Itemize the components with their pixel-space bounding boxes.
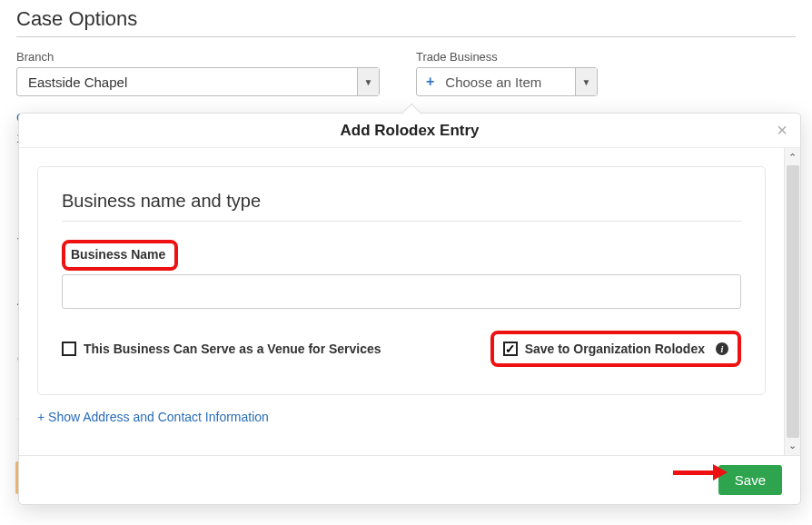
business-name-label: Business Name	[71, 247, 165, 262]
scroll-down-icon[interactable]: ⌄	[788, 440, 797, 451]
branch-select[interactable]: Eastside Chapel ▼	[16, 67, 380, 96]
venue-checkbox[interactable]	[62, 342, 76, 356]
save-button[interactable]: Save	[718, 465, 782, 495]
trade-placeholder: Choose an Item	[434, 74, 575, 90]
scroll-up-icon[interactable]: ⌃	[788, 152, 797, 163]
chevron-down-icon[interactable]: ▼	[575, 68, 597, 95]
plus-icon: +	[417, 74, 434, 90]
scrollbar[interactable]: ⌃ ⌄	[784, 148, 800, 455]
branch-label: Branch	[16, 50, 380, 64]
close-icon[interactable]: ×	[777, 121, 787, 139]
org-rolodex-label: Save to Organization Rolodex	[525, 342, 705, 356]
arrow-line	[673, 471, 713, 475]
trade-select[interactable]: + Choose an Item ▼	[416, 67, 598, 96]
chevron-down-icon[interactable]: ▼	[357, 68, 379, 95]
trade-business-field: Trade Business + Choose an Item ▼	[416, 50, 598, 96]
modal-title: Add Rolodex Entry	[340, 122, 479, 140]
modal-header: Add Rolodex Entry ×	[19, 114, 800, 148]
page-title: Case Options	[16, 7, 796, 37]
info-icon[interactable]: i	[716, 342, 728, 355]
highlight-org-rolodex: Save to Organization Rolodex i	[490, 331, 741, 367]
business-card: Business name and type Business Name Thi…	[37, 166, 766, 395]
highlight-business-name: Business Name	[62, 240, 178, 271]
field-row: Branch Eastside Chapel ▼ Trade Business …	[16, 50, 796, 96]
org-rolodex-checkbox[interactable]	[503, 342, 518, 356]
annotation-arrow	[673, 464, 728, 480]
branch-field: Branch Eastside Chapel ▼	[16, 50, 380, 96]
scroll-thumb[interactable]	[787, 165, 799, 438]
branch-value: Eastside Chapel	[17, 74, 357, 90]
venue-checkbox-row[interactable]: This Business Can Serve as a Venue for S…	[62, 342, 381, 356]
modal-body: Business name and type Business Name Thi…	[19, 148, 784, 455]
business-name-input[interactable]	[62, 274, 741, 309]
add-rolodex-modal: Add Rolodex Entry × Business name and ty…	[18, 113, 801, 505]
venue-checkbox-label: This Business Can Serve as a Venue for S…	[84, 342, 381, 356]
trade-label: Trade Business	[416, 50, 598, 64]
arrow-right-icon	[713, 464, 728, 480]
org-rolodex-checkbox-row[interactable]: Save to Organization Rolodex i	[503, 342, 728, 356]
section-title: Business name and type	[62, 191, 741, 222]
expand-address-link[interactable]: + Show Address and Contact Information	[37, 410, 269, 424]
